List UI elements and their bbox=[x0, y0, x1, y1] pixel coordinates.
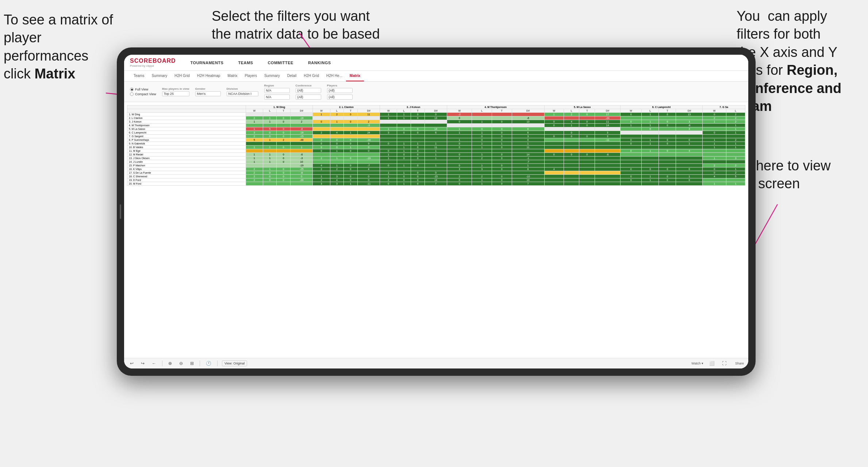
tab-teams[interactable]: Teams bbox=[130, 71, 148, 81]
filter-conference: Conference (All) (All) bbox=[296, 84, 321, 100]
matrix-content[interactable]: 1. W Ding 2. L Clanton 3. J Koivun 4. M … bbox=[124, 102, 748, 358]
filter-region-select1[interactable]: N/A bbox=[264, 88, 290, 93]
tablet-screen: SCOREBOARD Powered by clippd TOURNAMENTS… bbox=[124, 55, 748, 368]
table-row: 10. B Valdes 1101 0010 1011 01011 11 bbox=[127, 146, 745, 149]
table-row: 18. C Sherwood 2000 1300 100-15 220-10 0… bbox=[127, 175, 745, 178]
table-row: 7. G Sargent 200-15 003 0003 bbox=[127, 135, 745, 138]
tab-matrix[interactable]: Matrix bbox=[224, 71, 241, 81]
redo-button[interactable]: ↪ bbox=[139, 360, 146, 367]
tab-summary2[interactable]: Summary bbox=[261, 71, 284, 81]
tablet-side-button bbox=[120, 204, 121, 219]
filter-players-label: Players bbox=[327, 84, 353, 87]
table-row: 20. M Ford 331-11 0107 0107 11 bbox=[127, 182, 745, 186]
col-header-5: 5. M La Sasso bbox=[544, 105, 620, 109]
filter-players-select2[interactable]: (All) bbox=[327, 94, 353, 100]
toolbar-sep2 bbox=[200, 360, 200, 366]
share-button[interactable]: Share bbox=[735, 362, 744, 365]
tab-h2h-grid2[interactable]: H2H Grid bbox=[300, 71, 323, 81]
radio-compact-label: Compact View bbox=[135, 92, 156, 96]
filter-gender-label: Gender bbox=[195, 87, 221, 90]
toolbar-sep1 bbox=[162, 360, 162, 366]
nav-committee[interactable]: COMMITTEE bbox=[265, 59, 296, 66]
table-row: 13. J Skov Olesen 110-3 210-19 1001 220-… bbox=[127, 157, 745, 160]
clock-icon: 🕐 bbox=[204, 360, 213, 367]
share-icon[interactable]: ⬜ bbox=[708, 360, 716, 367]
col-header-1: 1. W Ding bbox=[246, 105, 313, 109]
filter-region: Region N/A N/A bbox=[264, 84, 290, 100]
logo-text: SCOREBOARD bbox=[130, 58, 176, 64]
tablet-frame: SCOREBOARD Powered by clippd TOURNAMENTS… bbox=[117, 47, 756, 376]
filter-gender: Gender Men's bbox=[195, 87, 221, 96]
col-header-4: 4. M Thorbjornsen bbox=[447, 105, 544, 109]
matrix-table: 1. W Ding 2. L Clanton 3. J Koivun 4. M … bbox=[127, 105, 745, 186]
tab-h2hhe[interactable]: H2H He... bbox=[323, 71, 346, 81]
tab-matrix-active[interactable]: Matrix bbox=[346, 71, 364, 81]
radio-compact-dot bbox=[130, 92, 134, 96]
col-header-empty bbox=[127, 105, 246, 109]
tab-h2h-grid[interactable]: H2H Grid bbox=[171, 71, 193, 81]
filter-max-players: Max players in view Top 25 bbox=[162, 87, 189, 96]
table-row: 16. K Vilips 210-25 2204 3308 4 0000 01 bbox=[127, 167, 745, 171]
radio-full-dot bbox=[130, 88, 134, 91]
nav-rankings[interactable]: RANKINGS bbox=[305, 59, 334, 66]
logo-sub: Powered by clippd bbox=[130, 64, 176, 67]
radio-compact-view[interactable]: Compact View bbox=[130, 92, 156, 96]
bottom-toolbar: ↩ ↪ ← ⊕ ⊖ ⊞ 🕐 View: Original Watch ▾ ⬜ ⛶… bbox=[124, 358, 748, 368]
table-row: 1. W Ding 12011 1100 -2 12017 01013 02 bbox=[127, 113, 745, 116]
view-radio-group: Full View Compact View bbox=[130, 88, 156, 96]
sub-nav: Teams Summary H2H Grid H2H Heatmap Matri… bbox=[124, 71, 748, 82]
table-row: 5. M La Sasso 150-6 10014 1006 03 1 bbox=[127, 127, 745, 131]
col-subheader-empty bbox=[127, 109, 246, 113]
toolbar-sep3 bbox=[217, 360, 218, 366]
zoom-in-button[interactable]: ⊕ bbox=[167, 360, 173, 367]
tab-summary[interactable]: Summary bbox=[148, 71, 171, 81]
table-row: 15. P Maichon -19 410-7 0101 0101 22 bbox=[127, 164, 745, 167]
view-original-button[interactable]: View: Original bbox=[222, 360, 247, 366]
filter-row: Full View Compact View Max players in vi… bbox=[124, 82, 748, 102]
table-row: 4. M Thorbjornsen -3 01014 110-6 1 bbox=[127, 124, 745, 127]
filter-division: Division NCAA Division I bbox=[227, 87, 258, 96]
col-header-2: 2. L Clanton bbox=[313, 105, 380, 109]
filter-division-select[interactable]: NCAA Division I bbox=[227, 91, 258, 96]
tab-players[interactable]: Players bbox=[241, 71, 261, 81]
col-header-3: 3. J Koivun bbox=[380, 105, 447, 109]
filter-conference-select1[interactable]: (All) bbox=[296, 88, 321, 93]
filter-players: Players (All) (All) bbox=[327, 84, 353, 100]
table-row: 19. D Ford 200-20 2400 20013 01013 0100 bbox=[127, 178, 745, 182]
ann-left-text: To see a matrix ofplayer performancescli… bbox=[4, 12, 113, 81]
filter-conference-select2[interactable]: (All) bbox=[296, 94, 321, 100]
col-header-7: 7. G Sa bbox=[703, 105, 745, 109]
table-row: 6. C Lamprecht 300-16 24124 3006 1106 03… bbox=[127, 131, 745, 135]
annotation-left: To see a matrix ofplayer performancescli… bbox=[4, 11, 120, 83]
table-row: 3. J Koivun 1102 0102 01013 04011 0103 1… bbox=[127, 120, 745, 124]
tab-h2h-heatmap[interactable]: H2H Heatmap bbox=[193, 71, 224, 81]
fullscreen-button[interactable]: ⛶ bbox=[721, 360, 728, 367]
filter-region-select2[interactable]: N/A bbox=[264, 94, 290, 100]
table-row: 17. S De La Fuente 200-8 1100 02 bbox=[127, 171, 745, 175]
nav-tournaments[interactable]: TOURNAMENTS bbox=[188, 59, 227, 66]
table-row: 2. L Clanton 210-16 11013 0-6 -24 22 bbox=[127, 116, 745, 120]
radio-full-view[interactable]: Full View bbox=[130, 88, 156, 91]
table-row: 11. M Ege 0100 0101 0104 bbox=[127, 149, 745, 153]
tab-detail[interactable]: Detail bbox=[284, 71, 300, 81]
logo-area: SCOREBOARD Powered by clippd bbox=[130, 58, 176, 67]
col-header-6: 6. C Lamprecht bbox=[620, 105, 703, 109]
watch-button[interactable]: Watch ▾ bbox=[691, 362, 703, 365]
fit-button[interactable]: ⊞ bbox=[189, 360, 195, 367]
undo-button[interactable]: ↩ bbox=[128, 360, 135, 367]
filter-players-select1[interactable]: (All) bbox=[327, 88, 353, 93]
back-button[interactable]: ← bbox=[150, 360, 158, 367]
filter-gender-select[interactable]: Men's bbox=[195, 91, 221, 96]
nav-teams[interactable]: TEAMS bbox=[235, 59, 256, 66]
filter-max-select[interactable]: Top 25 bbox=[162, 91, 189, 96]
table-row: 9. N Gabrelcik 0009 0111 0111 0101 11 bbox=[127, 142, 745, 146]
filter-max-label: Max players in view bbox=[162, 87, 189, 90]
filter-region-label: Region bbox=[264, 84, 290, 87]
zoom-out-button[interactable]: ⊖ bbox=[178, 360, 184, 367]
filter-conference-label: Conference bbox=[296, 84, 321, 87]
radio-full-label: Full View bbox=[135, 88, 148, 91]
table-row: 8. P Summerhays 512-48 200-16 1000 -11 0… bbox=[127, 138, 745, 142]
top-nav: SCOREBOARD Powered by clippd TOURNAMENTS… bbox=[124, 55, 748, 71]
table-row: 14. J Lundin 11010 -7 bbox=[127, 160, 745, 164]
filter-division-label: Division bbox=[227, 87, 258, 90]
